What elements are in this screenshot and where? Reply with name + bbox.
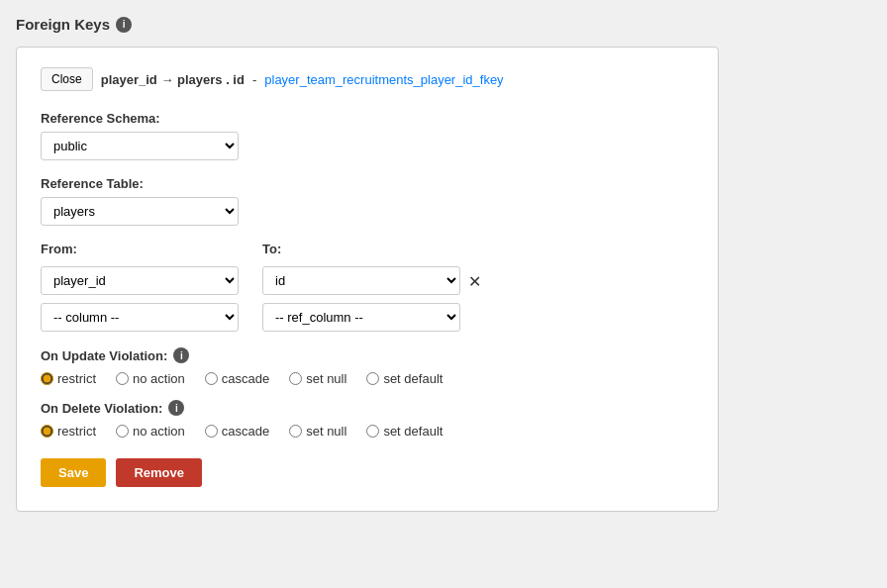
delete-set-default-item[interactable]: set default <box>366 424 443 439</box>
delete-no-action-label: no action <box>133 424 185 439</box>
update-set-null-label: set null <box>306 371 346 386</box>
update-set-default-item[interactable]: set default <box>366 371 443 386</box>
on-update-radio-group: restrict no action cascade set null set … <box>41 371 694 386</box>
constraint-name: player_team_recruitments_player_id_fkey <box>264 72 503 87</box>
delete-no-action-item[interactable]: no action <box>116 424 185 439</box>
delete-restrict-label: restrict <box>57 424 96 439</box>
update-cascade-item[interactable]: cascade <box>205 371 269 386</box>
main-card: Close player_id → players . id - player_… <box>16 47 719 512</box>
delete-set-default-radio[interactable] <box>366 425 379 438</box>
update-set-default-label: set default <box>383 371 443 386</box>
to-column-group: To: id ✕ -- ref_column -- <box>262 242 481 332</box>
reference-schema-select[interactable]: public <box>41 132 239 160</box>
update-set-null-item[interactable]: set null <box>289 371 346 386</box>
delete-set-null-item[interactable]: set null <box>289 424 346 439</box>
reference-schema-label: Reference Schema: <box>41 111 694 126</box>
on-update-label-text: On Update Violation: <box>41 348 167 363</box>
reference-schema-group: Reference Schema: public <box>41 111 694 160</box>
on-delete-label: On Delete Violation: i <box>41 400 694 416</box>
page-title: Foreign Keys i <box>16 16 871 33</box>
on-update-label: On Update Violation: i <box>41 347 694 363</box>
to-header: To: <box>262 242 481 256</box>
close-button[interactable]: Close <box>41 67 93 91</box>
button-row: Save Remove <box>41 458 694 487</box>
update-set-null-radio[interactable] <box>289 372 302 385</box>
page-info-icon[interactable]: i <box>116 17 132 33</box>
delete-restrict-radio[interactable] <box>41 425 53 438</box>
delete-cascade-label: cascade <box>222 424 269 439</box>
on-update-info-icon[interactable]: i <box>173 347 189 363</box>
update-restrict-radio[interactable] <box>41 372 53 385</box>
to-main-row: id ✕ <box>262 266 481 295</box>
update-no-action-radio[interactable] <box>116 372 129 385</box>
from-main-select[interactable]: player_id <box>41 266 239 295</box>
on-delete-info-icon[interactable]: i <box>168 400 184 416</box>
breadcrumb-separator: - <box>252 72 256 87</box>
to-secondary-select[interactable]: -- ref_column -- <box>262 303 460 332</box>
remove-button[interactable]: Remove <box>116 458 202 487</box>
on-delete-radio-group: restrict no action cascade set null set … <box>41 424 694 439</box>
delete-set-null-label: set null <box>306 424 346 439</box>
fk-text: player_id → players . id <box>101 72 245 87</box>
title-text: Foreign Keys <box>16 16 110 33</box>
delete-column-icon[interactable]: ✕ <box>468 272 481 291</box>
on-delete-section: On Delete Violation: i restrict no actio… <box>41 400 694 439</box>
on-delete-label-text: On Delete Violation: <box>41 401 162 416</box>
delete-restrict-item[interactable]: restrict <box>41 424 96 439</box>
from-header: From: <box>41 242 239 256</box>
delete-set-null-radio[interactable] <box>289 425 302 438</box>
reference-table-group: Reference Table: players <box>41 176 694 226</box>
from-column-group: From: player_id -- column -- <box>41 242 239 332</box>
update-no-action-label: no action <box>133 371 185 386</box>
reference-table-label: Reference Table: <box>41 176 694 191</box>
update-no-action-item[interactable]: no action <box>116 371 185 386</box>
columns-row: From: player_id -- column -- To: id ✕ <box>41 242 694 332</box>
update-restrict-item[interactable]: restrict <box>41 371 96 386</box>
breadcrumb: Close player_id → players . id - player_… <box>41 67 694 91</box>
to-main-select[interactable]: id <box>262 266 460 295</box>
save-button[interactable]: Save <box>41 458 106 487</box>
update-set-default-radio[interactable] <box>366 372 379 385</box>
delete-set-default-label: set default <box>383 424 443 439</box>
reference-table-select[interactable]: players <box>41 197 239 226</box>
update-cascade-radio[interactable] <box>205 372 218 385</box>
update-restrict-label: restrict <box>57 371 96 386</box>
from-secondary-select[interactable]: -- column -- <box>41 303 239 332</box>
delete-cascade-radio[interactable] <box>205 425 218 438</box>
delete-cascade-item[interactable]: cascade <box>205 424 269 439</box>
update-cascade-label: cascade <box>222 371 269 386</box>
delete-no-action-radio[interactable] <box>116 425 129 438</box>
on-update-section: On Update Violation: i restrict no actio… <box>41 347 694 386</box>
